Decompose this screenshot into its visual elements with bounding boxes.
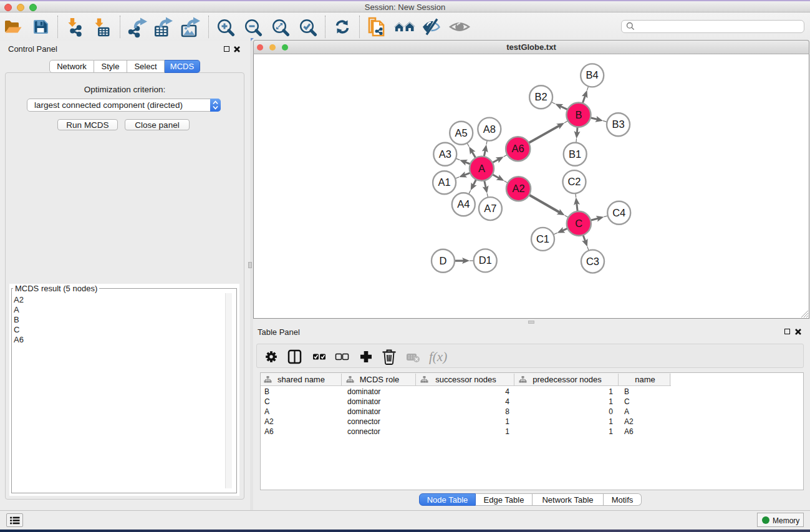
svg-text:A2: A2 [512, 183, 524, 194]
svg-text:A7: A7 [484, 203, 496, 214]
svg-text:B4: B4 [586, 69, 599, 80]
svg-text:B3: B3 [612, 118, 624, 130]
svg-text:A5: A5 [455, 127, 468, 138]
svg-text:A6: A6 [512, 143, 524, 154]
svg-text:C: C [575, 218, 582, 229]
svg-text:C1: C1 [536, 233, 549, 244]
svg-text:C2: C2 [567, 176, 581, 187]
svg-text:A3: A3 [439, 148, 451, 160]
svg-text:D1: D1 [479, 254, 492, 266]
svg-text:A8: A8 [483, 123, 496, 135]
svg-text:C3: C3 [586, 256, 599, 267]
svg-text:A: A [478, 163, 485, 174]
svg-text:A1: A1 [438, 177, 451, 188]
svg-text:B: B [575, 109, 582, 120]
svg-text:C4: C4 [612, 207, 625, 218]
svg-text:B2: B2 [535, 91, 547, 102]
svg-text:A4: A4 [457, 198, 470, 210]
svg-text:D: D [440, 255, 447, 266]
svg-text:f(x): f(x) [429, 349, 447, 364]
svg-text:B1: B1 [569, 148, 581, 160]
